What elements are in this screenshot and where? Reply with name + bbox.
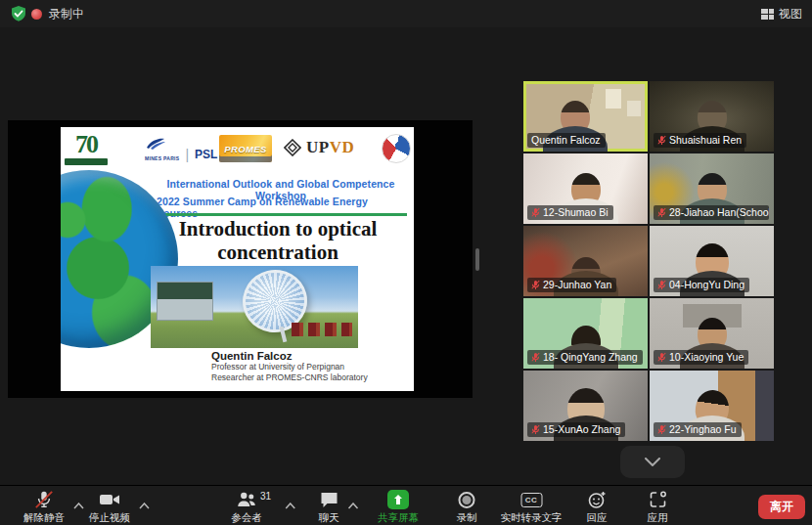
video-options-caret[interactable]: [139, 496, 150, 513]
video-tile[interactable]: 18- QingYang Zhang: [523, 298, 648, 369]
chat-bubble-icon: [319, 490, 338, 509]
university-round-logo: [382, 134, 411, 163]
mines-psl-logo: MINES PARIS | PSL ✶: [145, 136, 231, 161]
video-tile[interactable]: Quentin Falcoz: [523, 81, 648, 152]
muted-mic-icon: [531, 352, 540, 363]
participants-options-caret[interactable]: [285, 496, 295, 513]
unmute-button[interactable]: 解除静音: [23, 490, 65, 525]
video-tile[interactable]: 15-XunAo Zhang: [523, 371, 648, 441]
grid-view-icon: [761, 8, 774, 21]
participant-name-badge: 15-XunAo Zhang: [527, 422, 625, 437]
muted-mic-icon: [657, 135, 666, 146]
participant-name: 29-Junhao Yan: [543, 279, 611, 290]
record-icon: [459, 490, 475, 509]
record-button[interactable]: 录制: [457, 490, 477, 525]
photo-machinery: [292, 323, 352, 336]
participant-name: 22-Yinghao Fu: [669, 423, 737, 435]
leave-meeting-button[interactable]: 离开: [758, 495, 805, 519]
live-transcription-button[interactable]: CC 实时转录文字: [501, 490, 563, 525]
reactions-label: 回应: [587, 511, 608, 525]
cc-icon: CC: [520, 493, 542, 507]
security-shield-icon[interactable]: [10, 5, 27, 22]
muted-mic-icon: [657, 352, 666, 363]
apps-label: 应用: [648, 511, 668, 525]
participant-name: Shuaishuai Ren: [669, 134, 742, 146]
upvd-up-text: UP: [306, 138, 330, 156]
participant-name: 18- QingYang Zhang: [543, 351, 638, 363]
presentation-slide: 70 MINES PARIS | PSL ✶ PROMES UPVD In: [61, 127, 414, 391]
chat-button[interactable]: 聊天: [319, 490, 339, 525]
presenter-role-1: Professor at University of Perpignan: [211, 362, 368, 372]
share-screen-button[interactable]: 共享屏幕: [378, 490, 419, 525]
presenter-block: Quentin Falcoz Professor at University o…: [211, 350, 368, 383]
stop-video-label: 停止视频: [89, 511, 130, 525]
anniversary-bar: [65, 158, 108, 165]
participant-name: 28-Jiahao Han(School ...: [669, 206, 769, 218]
participant-name: 15-XunAo Zhang: [543, 423, 620, 435]
promes-logo: PROMES: [219, 135, 272, 162]
live-transcription-label: 实时转录文字: [501, 511, 563, 525]
chat-options-caret[interactable]: [348, 496, 359, 513]
participant-name-badge: Quentin Falcoz: [527, 133, 606, 148]
reactions-smiley-icon: [587, 490, 607, 509]
view-label: 视图: [779, 6, 802, 22]
video-tile[interactable]: 29-Junhao Yan: [523, 226, 648, 296]
participant-video-grid: Quentin Falcoz Shuaishuai Ren 12-Shumao …: [523, 81, 774, 441]
mic-muted-icon: [34, 490, 54, 509]
participant-name: 04-HongYu Ding: [669, 279, 744, 290]
slide-title-line1: Introduction to optical: [145, 217, 411, 241]
participant-name-badge: 04-HongYu Ding: [654, 278, 749, 292]
muted-mic-icon: [531, 424, 540, 435]
video-tile[interactable]: Shuaishuai Ren: [650, 81, 774, 152]
record-label: 录制: [457, 511, 477, 525]
participant-name-badge: Shuaishuai Ren: [654, 133, 746, 148]
participant-name-badge: 18- QingYang Zhang: [527, 350, 643, 365]
video-tile[interactable]: 10-Xiaoying Yue: [650, 298, 774, 369]
more-participants-button[interactable]: [620, 446, 685, 478]
video-tile[interactable]: 12-Shumao Bi: [523, 153, 648, 224]
presenter-name: Quentin Falcoz: [211, 350, 368, 362]
participant-name-badge: 29-Junhao Yan: [527, 278, 616, 292]
unmute-label: 解除静音: [23, 511, 65, 525]
chevron-down-icon: [645, 458, 660, 466]
participant-name-badge: 22-Yinghao Fu: [654, 422, 742, 437]
panel-resize-handle[interactable]: [475, 248, 479, 271]
stop-video-button[interactable]: 停止视频: [89, 490, 130, 525]
recording-indicator[interactable]: 录制中: [31, 5, 84, 22]
participant-name-badge: 28-Jiahao Han(School ...: [654, 205, 769, 220]
mines-label: MINES PARIS: [145, 155, 179, 161]
muted-mic-icon: [531, 280, 540, 290]
video-tile[interactable]: 04-HongYu Ding: [650, 226, 774, 296]
share-screen-label: 共享屏幕: [378, 511, 419, 525]
camera-icon: [99, 490, 120, 509]
video-tile[interactable]: 22-Yinghao Fu: [650, 371, 774, 441]
participant-name: 10-Xiaoying Yue: [669, 351, 744, 363]
mines-swoosh-icon: [145, 136, 166, 152]
anniversary-70-logo: 70: [65, 132, 108, 165]
muted-mic-icon: [657, 280, 666, 290]
muted-mic-icon: [531, 207, 540, 218]
photo-building: [157, 282, 213, 321]
slide-title-line2: concentration: [145, 241, 411, 264]
recording-dot-icon[interactable]: [31, 9, 42, 20]
participant-name: 12-Shumao Bi: [543, 206, 609, 218]
apps-icon: [648, 490, 667, 509]
participant-name-badge: 12-Shumao Bi: [527, 205, 613, 220]
solar-concentrator-photo: [151, 266, 358, 348]
meeting-toolbar: 解除静音 停止视频 31 参会者 聊天: [0, 485, 812, 525]
recording-label: 录制中: [49, 6, 84, 22]
audio-options-caret[interactable]: [73, 496, 84, 513]
participants-button[interactable]: 31 参会者: [231, 490, 262, 525]
share-screen-icon: [387, 490, 409, 509]
presenter-role-2: Researcher at PROMES-CNRS laboratory: [211, 372, 368, 383]
promes-label: PROMES: [224, 144, 267, 154]
view-button[interactable]: 视图: [761, 5, 802, 22]
apps-button[interactable]: 应用: [648, 490, 668, 525]
participant-name-badge: 10-Xiaoying Yue: [654, 350, 748, 365]
upvd-diamond-icon: [284, 139, 301, 156]
participants-count: 31: [260, 491, 271, 502]
top-bar: 录制中 视图: [0, 0, 812, 27]
reactions-button[interactable]: 回应: [587, 490, 608, 525]
muted-mic-icon: [657, 207, 666, 218]
video-tile[interactable]: 28-Jiahao Han(School ...: [650, 153, 774, 224]
